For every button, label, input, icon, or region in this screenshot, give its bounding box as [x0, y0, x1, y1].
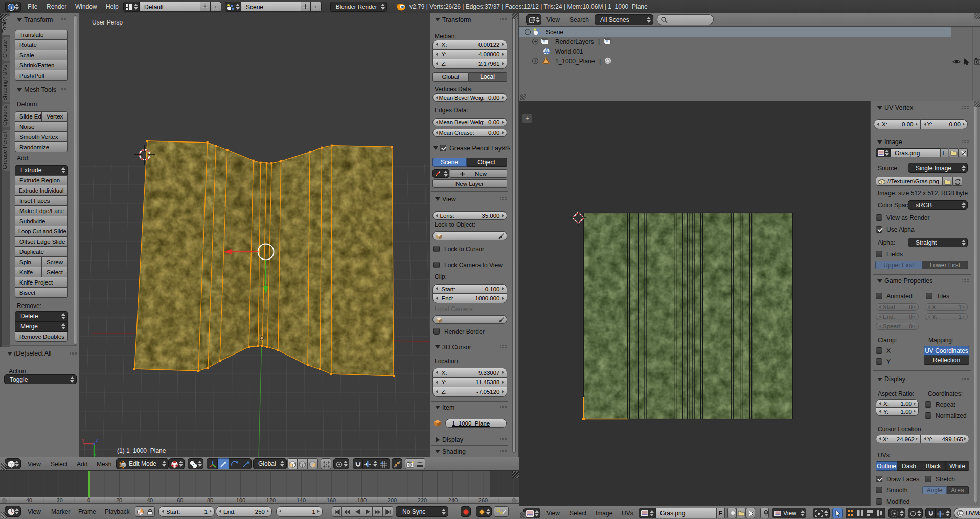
svg-text:i: i — [11, 5, 12, 10]
svg-text:|: | — [599, 58, 601, 65]
svg-text:y: y — [94, 451, 97, 457]
svg-text:z: z — [96, 437, 99, 443]
svg-text:World.001: World.001 — [555, 48, 583, 55]
svg-text:User Persp: User Persp — [92, 19, 123, 26]
svg-text:x: x — [82, 437, 85, 443]
svg-text:Scene: Scene — [546, 29, 563, 36]
svg-text:RenderLayers: RenderLayers — [555, 38, 594, 45]
svg-text:|: | — [598, 38, 600, 45]
svg-text:(1) 1_1000_Plane: (1) 1_1000_Plane — [117, 447, 166, 454]
svg-text:1_1000_Plane: 1_1000_Plane — [555, 58, 595, 65]
